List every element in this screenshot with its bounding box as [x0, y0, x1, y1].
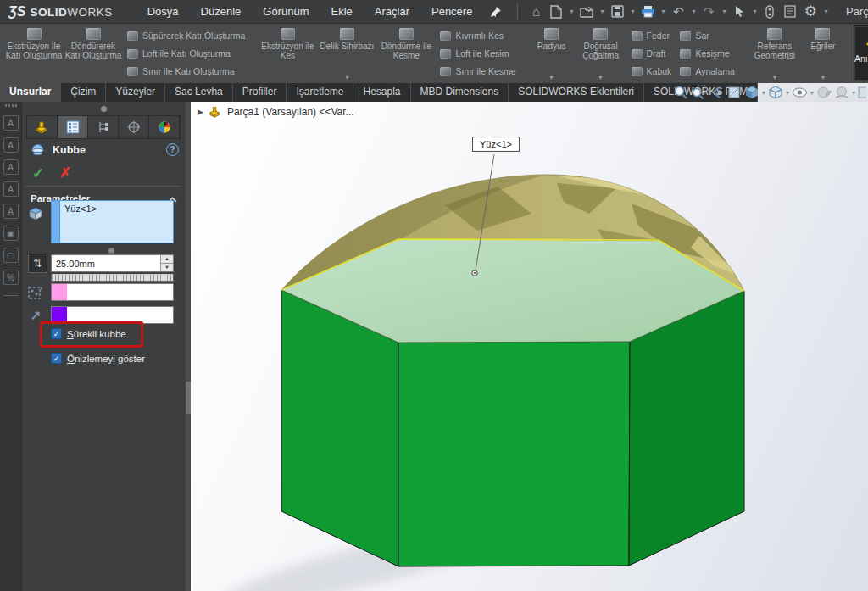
- lofted-cut-button[interactable]: Loft ile Kesim: [437, 47, 519, 61]
- model-render[interactable]: [191, 102, 868, 591]
- annotation-tool-icon-6[interactable]: ▣: [3, 226, 19, 241]
- print-icon[interactable]: [638, 3, 657, 21]
- continuous-dome-option[interactable]: ✓ Sürekli kubbe: [51, 328, 126, 339]
- fillet-button[interactable]: Radyus ▾: [530, 26, 574, 81]
- reverse-direction-button[interactable]: ⇅: [28, 254, 47, 273]
- tab-cizim[interactable]: Çizim: [61, 83, 106, 102]
- section-view-icon[interactable]: [726, 85, 742, 100]
- menu-ekle[interactable]: Ekle: [320, 0, 364, 24]
- lofted-boss-button[interactable]: Loft ile Katı Oluşturma: [124, 47, 248, 61]
- tab-unsurlar[interactable]: Unsurlar: [0, 83, 61, 102]
- constraint-selection-field[interactable]: [51, 283, 174, 301]
- view-orientation-caret[interactable]: ▾: [762, 89, 765, 97]
- boundary-cut-button[interactable]: Sınır ile Kesme: [437, 64, 519, 79]
- reference-geometry-caret[interactable]: ▾: [773, 75, 776, 81]
- select-cursor-icon[interactable]: [730, 3, 748, 21]
- undo-icon[interactable]: ↶: [669, 3, 687, 21]
- tab-profiller[interactable]: Profiller: [233, 83, 287, 102]
- hide-show-caret[interactable]: ▾: [810, 89, 814, 97]
- intersect-button[interactable]: Kesişme: [676, 47, 738, 61]
- curves-caret[interactable]: ▾: [821, 75, 825, 81]
- home-icon[interactable]: ⌂: [526, 3, 545, 21]
- tab-yuzeyler[interactable]: Yüzeyler: [106, 83, 165, 102]
- tab-sac-levha[interactable]: Sac Levha: [165, 83, 233, 102]
- hole-wizard-button[interactable]: Delik Sihirbazı ▾: [318, 26, 376, 81]
- swept-boss-button[interactable]: Süpürerek Katı Oluşturma: [124, 29, 248, 43]
- pin-menu-icon[interactable]: [490, 6, 502, 18]
- annotation-tool-icon-4[interactable]: A: [3, 181, 19, 197]
- rebuild-icon[interactable]: [760, 3, 779, 21]
- wrap-button[interactable]: Sar: [676, 29, 738, 43]
- model-face-front[interactable]: [398, 342, 630, 566]
- boundary-boss-button[interactable]: Sınır ile Katı Oluşturma: [124, 64, 248, 79]
- linear-pattern-caret[interactable]: ▾: [599, 75, 603, 81]
- hide-show-items-icon[interactable]: [792, 85, 808, 100]
- annotation-tool-icon-8[interactable]: %: [3, 270, 19, 285]
- display-manager-tab[interactable]: [149, 116, 180, 138]
- annotation-tool-icon-2[interactable]: A: [3, 137, 19, 153]
- edit-appearance-icon[interactable]: [816, 85, 832, 100]
- cancel-button[interactable]: ✗: [59, 164, 70, 182]
- instant3d-button[interactable]: Anında3B: [854, 25, 868, 81]
- panel-resize-handle[interactable]: [101, 106, 107, 112]
- file-properties-icon[interactable]: [781, 3, 799, 21]
- extruded-boss-button[interactable]: Ekstrüzyon İle Katı Oluşturma: [5, 26, 63, 81]
- options-gear-icon[interactable]: ⚙: [801, 3, 820, 21]
- redo-dropdown-caret[interactable]: ▾: [720, 8, 728, 15]
- ok-button[interactable]: ✓: [32, 164, 44, 182]
- open-icon[interactable]: [577, 3, 596, 21]
- extruded-cut-button[interactable]: Ekstrüzyon ile Kes: [259, 26, 316, 81]
- apply-scene-icon[interactable]: [834, 85, 849, 100]
- revolved-boss-button[interactable]: Döndürerek Katı Oluşturma: [64, 26, 122, 81]
- revolved-cut-button[interactable]: Döndürme ile Kesme: [377, 26, 435, 81]
- new-dropdown-caret[interactable]: ▾: [567, 8, 576, 15]
- distance-thumbwheel[interactable]: [51, 274, 174, 282]
- save-icon[interactable]: [608, 3, 626, 21]
- open-dropdown-caret[interactable]: ▾: [598, 8, 606, 15]
- menu-pencere[interactable]: Pencere: [420, 0, 483, 24]
- faces-selection-listbox[interactable]: Yüz<1>: [51, 200, 174, 243]
- annotation-tool-icon-1[interactable]: A: [3, 115, 19, 131]
- continuous-dome-checkbox[interactable]: ✓: [51, 328, 62, 339]
- swept-cut-button[interactable]: Kıvrımlı Kes: [437, 29, 519, 43]
- menu-gorunum[interactable]: Görünüm: [252, 0, 320, 24]
- selected-face-item[interactable]: Yüz<1>: [60, 201, 97, 243]
- menu-araclar[interactable]: Araçlar: [364, 0, 420, 24]
- rib-button[interactable]: Feder: [628, 29, 676, 43]
- annotation-tool-icon-3[interactable]: A: [3, 159, 19, 175]
- dome-distance-field[interactable]: 25.00mm ▲ ▼: [51, 254, 174, 272]
- redo-icon[interactable]: ↷: [699, 3, 718, 21]
- shell-button[interactable]: Kabuk: [628, 64, 676, 79]
- menu-dosya[interactable]: Dosya: [136, 0, 190, 24]
- part-name-label[interactable]: Parça1 (Varsayılan) <<Var...: [227, 106, 354, 118]
- menu-duzenle[interactable]: Düzenle: [190, 0, 253, 24]
- zoom-to-fit-icon[interactable]: [673, 85, 688, 100]
- toolbar-grip[interactable]: [5, 104, 17, 107]
- fillet-caret[interactable]: ▾: [550, 75, 554, 81]
- undo-dropdown-caret[interactable]: ▾: [689, 8, 698, 15]
- listbox-resize-handle[interactable]: [108, 248, 114, 254]
- tab-isaretleme[interactable]: İşaretleme: [287, 83, 353, 102]
- save-dropdown-caret[interactable]: ▾: [628, 8, 637, 15]
- new-document-icon[interactable]: [547, 3, 565, 21]
- draft-button[interactable]: Draft: [628, 47, 676, 61]
- zoom-to-area-icon[interactable]: [691, 85, 706, 100]
- tab-hesapla[interactable]: Hesapla: [353, 83, 410, 102]
- print-dropdown-caret[interactable]: ▾: [659, 8, 667, 15]
- select-dropdown-caret[interactable]: ▾: [750, 8, 759, 15]
- help-icon[interactable]: ?: [166, 143, 179, 156]
- mirror-button[interactable]: Aynalama: [676, 64, 738, 79]
- annotation-tool-icon-7[interactable]: ▢: [3, 248, 19, 263]
- linear-pattern-button[interactable]: Doğrusal Çoğaltma ▾: [576, 26, 626, 81]
- tab-mbd-dimensions[interactable]: MBD Dimensions: [411, 83, 509, 102]
- property-manager-tab[interactable]: [58, 116, 88, 138]
- view-orientation-icon[interactable]: [744, 85, 760, 100]
- view-settings-icon[interactable]: [858, 85, 866, 100]
- feature-tree-flyout[interactable]: ▶ Parça1 (Varsayılan) <<Var...: [198, 106, 354, 118]
- options-dropdown-caret[interactable]: ▾: [821, 8, 830, 15]
- spin-down-button[interactable]: ▼: [161, 264, 173, 271]
- feature-manager-tab[interactable]: [27, 116, 58, 138]
- reference-geometry-button[interactable]: Referans Geometrisi ▾: [748, 26, 801, 81]
- tab-sw-eklentileri[interactable]: SOLIDWORKS Eklentileri: [509, 83, 644, 102]
- graphics-viewport[interactable]: ▶ Parça1 (Varsayılan) <<Var... Yüz<1>: [191, 102, 868, 591]
